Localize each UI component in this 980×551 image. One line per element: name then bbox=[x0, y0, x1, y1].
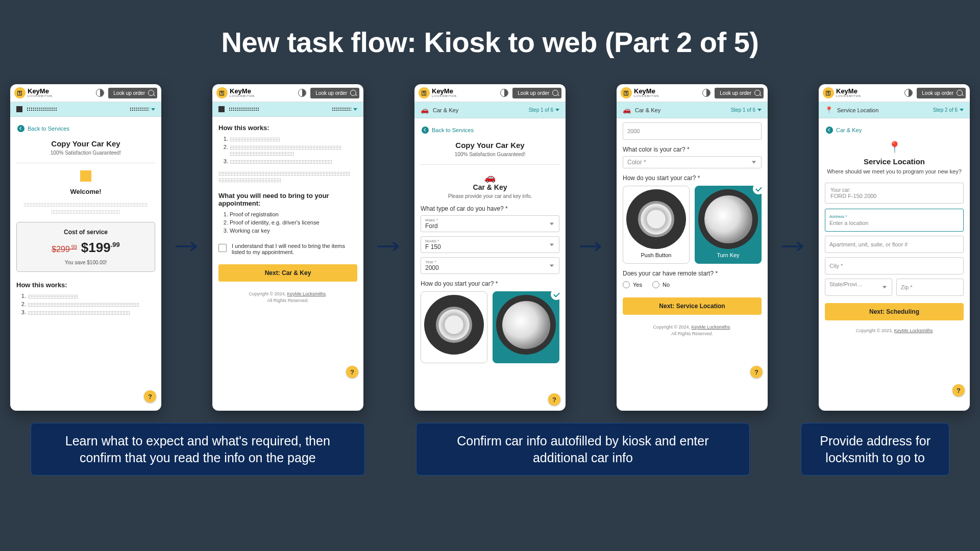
question-start: How do you start your car? * bbox=[623, 174, 762, 182]
step-dropdown[interactable]: Step 2 of 6 bbox=[933, 107, 964, 113]
steps-list-placeholder bbox=[218, 136, 357, 164]
brand-logo[interactable]: ⚿KeyMeLOCKSMITHS bbox=[823, 87, 861, 98]
flow-arrow-icon bbox=[580, 240, 602, 255]
flow-arrow-icon bbox=[176, 240, 198, 255]
breadcrumb-label: Car & Key bbox=[433, 107, 458, 113]
theme-toggle-icon[interactable] bbox=[500, 89, 508, 97]
apt-input[interactable]: Apartment, unit, suite, or floor # bbox=[825, 236, 964, 253]
slide-title: New task flow: Kiosk to web (Part 2 of 5… bbox=[221, 26, 758, 59]
zip-input[interactable]: Zip * bbox=[896, 279, 964, 296]
checkbox-icon[interactable] bbox=[218, 244, 227, 252]
back-car-key-link[interactable]: Car & Key bbox=[826, 127, 964, 134]
footer-company-link[interactable]: KeyMe Locksmiths bbox=[287, 291, 326, 296]
turn-key-card[interactable] bbox=[493, 291, 559, 363]
remote-yes-radio[interactable]: Yes bbox=[623, 281, 642, 288]
phone-header: ⚿KeyMeLOCKSMITHS Look up order bbox=[617, 84, 768, 102]
year-input-partial[interactable]: 2000 bbox=[623, 122, 762, 140]
placeholder-text bbox=[27, 107, 57, 111]
caption-2: Confirm car info autofilled by kiosk and… bbox=[416, 423, 750, 475]
help-fab[interactable]: ? bbox=[346, 366, 358, 378]
phone-header: ⚿KeyMeLOCKSMITHS Look up order bbox=[212, 84, 363, 102]
step-dropdown[interactable]: Step 1 of 6 bbox=[529, 107, 559, 113]
step-dropdown[interactable] bbox=[332, 107, 357, 111]
welcome-heading: Welcome! bbox=[16, 188, 155, 195]
question-remote: Does your car have remote start? * bbox=[623, 270, 762, 277]
steps-list-placeholder bbox=[16, 293, 155, 315]
help-fab[interactable]: ? bbox=[750, 366, 763, 378]
savings-text: You save $100.00! bbox=[23, 260, 149, 265]
check-icon bbox=[551, 289, 562, 300]
brand-logo[interactable]: ⚿ KeyMe LOCKSMITHS bbox=[14, 87, 53, 98]
how-this-works-heading: How this works: bbox=[16, 281, 155, 289]
help-fab[interactable]: ? bbox=[952, 384, 965, 396]
caption-3: Provide address for locksmith to go to bbox=[801, 423, 949, 475]
address-input[interactable]: Address *Enter a location bbox=[825, 209, 964, 232]
bring-item: Working car key bbox=[230, 228, 357, 234]
chevron-down-icon bbox=[555, 109, 559, 111]
page-subtitle: 100% Satisfaction Guaranteed! bbox=[16, 150, 155, 156]
theme-toggle-icon[interactable] bbox=[96, 89, 104, 97]
footer-company-link[interactable]: KeyMe Locksmiths bbox=[692, 324, 730, 330]
how-this-works-heading: How this works: bbox=[218, 124, 357, 132]
brand-logo[interactable]: ⚿KeyMeLOCKSMITHS bbox=[621, 87, 659, 98]
state-select[interactable]: State/Provi… bbox=[825, 279, 892, 296]
lookup-order-button[interactable]: Look up order bbox=[108, 88, 157, 98]
key-icon: ⚿ bbox=[621, 87, 632, 98]
lookup-order-button[interactable]: Look up order bbox=[715, 88, 764, 98]
year-select[interactable]: Year *2000 bbox=[421, 257, 559, 274]
check-icon bbox=[753, 183, 764, 194]
theme-toggle-icon[interactable] bbox=[298, 89, 306, 97]
pin-icon: 📍 bbox=[825, 141, 964, 154]
color-select[interactable]: Color * bbox=[623, 156, 762, 168]
col-5: ⚿KeyMeLOCKSMITHS Look up order 📍Service … bbox=[819, 84, 970, 411]
page-title: Copy Your Car Key bbox=[16, 139, 155, 148]
push-button-card[interactable] bbox=[421, 291, 487, 363]
chevron-down-icon bbox=[151, 108, 155, 111]
section-title: Service Location bbox=[825, 157, 964, 166]
lookup-order-button[interactable]: Look up order bbox=[310, 88, 359, 98]
car-icon: 🚗 bbox=[421, 106, 429, 114]
welcome-icon bbox=[80, 170, 91, 182]
lookup-order-button[interactable]: Look up order bbox=[917, 88, 966, 98]
make-select[interactable]: Make *Ford bbox=[421, 215, 559, 232]
key-icon: ⚿ bbox=[419, 87, 430, 98]
model-select[interactable]: Model *F 150 bbox=[421, 236, 559, 253]
breadcrumb-bar: 🚗Car & Key Step 1 of 6 bbox=[617, 102, 768, 118]
brand-text: KeyMe bbox=[28, 88, 53, 94]
footer-company-link[interactable]: KeyMe Locksmiths bbox=[894, 328, 933, 333]
lookup-order-button[interactable]: Look up order bbox=[512, 88, 561, 98]
theme-toggle-icon[interactable] bbox=[702, 89, 710, 97]
next-car-key-button[interactable]: Next: Car & Key bbox=[218, 264, 357, 282]
cost-box: Cost of service $299.99 $199.99 You save… bbox=[16, 222, 155, 272]
brand-logo[interactable]: ⚿KeyMeLOCKSMITHS bbox=[419, 87, 457, 98]
acknowledge-row[interactable]: I understand that I will need to bring t… bbox=[218, 243, 357, 255]
slide: New task flow: Kiosk to web (Part 2 of 5… bbox=[0, 0, 980, 551]
caption-1: Learn what to expect and what's required… bbox=[31, 423, 365, 475]
step-dropdown[interactable]: Step 1 of 6 bbox=[731, 107, 762, 113]
breadcrumb-label: Service Location bbox=[837, 107, 878, 113]
key-icon: ⚿ bbox=[14, 87, 26, 98]
help-fab[interactable]: ? bbox=[548, 393, 560, 406]
remote-no-radio[interactable]: No bbox=[652, 281, 670, 288]
theme-toggle-icon[interactable] bbox=[904, 89, 913, 97]
breadcrumb-bar bbox=[10, 102, 161, 117]
chevron-down-icon bbox=[353, 108, 357, 111]
help-fab[interactable]: ? bbox=[144, 390, 156, 403]
bring-item: Proof of identity, e.g. driver's license bbox=[230, 219, 357, 226]
next-service-location-button[interactable]: Next: Service Location bbox=[623, 297, 762, 315]
section-subtitle: Please provide your car and key info. bbox=[421, 193, 559, 199]
bring-list: Proof of registration Proof of identity,… bbox=[218, 211, 357, 234]
breadcrumb-bar: 🚗Car & Key Step 1 of 6 bbox=[414, 102, 566, 118]
phone-1: ⚿ KeyMe LOCKSMITHS Look up order bbox=[10, 84, 161, 411]
turn-key-card[interactable]: Turn Key bbox=[695, 186, 762, 264]
phone-header: ⚿KeyMeLOCKSMITHS Look up order bbox=[414, 84, 566, 102]
radio-icon bbox=[623, 281, 630, 288]
push-button-card[interactable]: Push Button bbox=[623, 186, 690, 264]
step-dropdown[interactable] bbox=[130, 107, 155, 111]
city-input[interactable]: City * bbox=[825, 257, 964, 274]
back-to-services-link[interactable]: Back to Services bbox=[422, 127, 559, 134]
question-start: How do you start your car? * bbox=[421, 280, 559, 287]
back-to-services-link[interactable]: Back to Services bbox=[17, 125, 155, 132]
brand-logo[interactable]: ⚿KeyMeLOCKSMITHS bbox=[216, 87, 255, 98]
next-scheduling-button[interactable]: Next: Scheduling bbox=[825, 303, 964, 320]
